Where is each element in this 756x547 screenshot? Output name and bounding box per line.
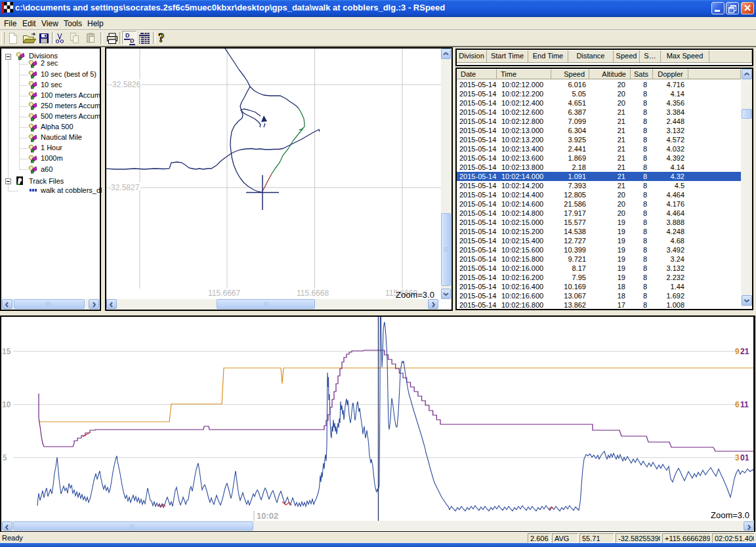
- svg-text:15: 15: [2, 347, 11, 356]
- svg-text:-32.5827: -32.5827: [108, 183, 140, 192]
- svg-text:-32.5826: -32.5826: [110, 80, 141, 89]
- svg-text:115.6667: 115.6667: [208, 289, 240, 298]
- svg-text:10: 10: [2, 400, 11, 409]
- svg-text:11: 11: [740, 400, 749, 409]
- svg-text:Zoom=3.0: Zoom=3.0: [396, 290, 434, 299]
- svg-text:6: 6: [735, 400, 740, 409]
- svg-text:Zoom=3.0: Zoom=3.0: [711, 510, 749, 520]
- svg-text:21: 21: [740, 347, 749, 356]
- svg-text:5: 5: [3, 453, 7, 462]
- svg-text:3: 3: [735, 453, 740, 462]
- svg-text:10:02: 10:02: [257, 511, 278, 521]
- svg-text:115.6668: 115.6668: [297, 289, 329, 298]
- svg-text:01: 01: [740, 453, 749, 462]
- svg-text:9: 9: [735, 347, 740, 356]
- svg-text:?: ?: [158, 31, 165, 45]
